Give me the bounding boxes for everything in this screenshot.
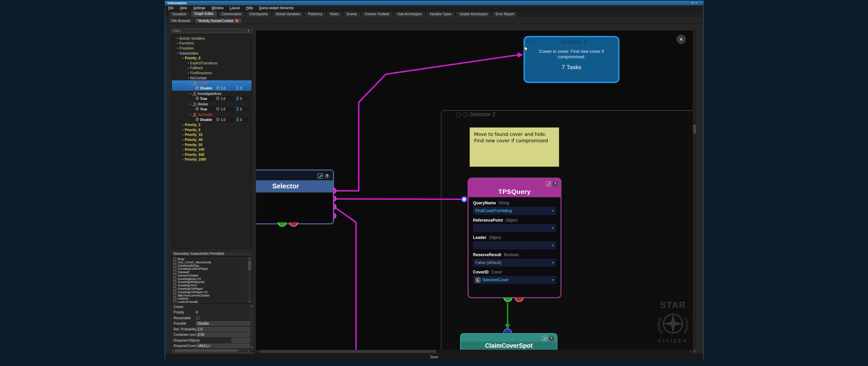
main-tab[interactable]: Comms Testbed <box>361 11 393 17</box>
tree-item[interactable]: ▾ Priority_0 <box>172 56 252 61</box>
tree-item[interactable]: ▸ Priority_100 <box>172 147 252 152</box>
help-icon[interactable]: ? <box>324 174 330 179</box>
tree-item[interactable]: ▸ ExplicitTransitions <box>172 61 252 66</box>
menu-item[interactable]: Help <box>243 5 256 11</box>
edit-icon[interactable] <box>318 174 323 179</box>
resize-icon[interactable]: ↕ <box>533 40 538 44</box>
tree-item[interactable]: ▸ Cower Disable 1.0 0 <box>172 80 252 91</box>
tree-item[interactable]: ▸ Priority_49 <box>172 137 252 142</box>
property-field[interactable]: <NULL> <box>196 344 250 348</box>
menu-item[interactable]: Settings <box>190 5 209 11</box>
main-tab[interactable]: Error Report <box>492 11 518 17</box>
dropdown-arrow-icon[interactable]: ▾ <box>552 209 554 212</box>
sticky-note[interactable]: Move to found cover and hide. Find new c… <box>470 127 559 167</box>
expand-arrow-icon[interactable]: ▸ <box>187 67 190 69</box>
checkbox[interactable] <box>173 294 176 297</box>
main-tab[interactable]: Visualizer <box>168 11 190 17</box>
checkbox[interactable] <box>173 287 176 290</box>
expand-arrow-icon[interactable]: ▸ <box>181 124 185 126</box>
expand-arrow-icon[interactable]: ▸ <box>189 103 192 105</box>
main-tab[interactable]: Conversation <box>218 11 245 17</box>
checkbox[interactable] <box>173 284 176 287</box>
tree-item[interactable]: ▸ Surrender Disable 1.0 0 <box>172 112 252 122</box>
edit-icon[interactable] <box>546 181 551 186</box>
property-field[interactable]: 1.0 <box>196 327 250 331</box>
node-claimcoverspot[interactable]: ? ClaimCoverSpot <box>460 333 557 350</box>
field-dropdown[interactable]: FindCoverForHiding ▾ <box>473 207 556 215</box>
dropdown-arrow-icon[interactable]: ▾ <box>552 226 554 230</box>
list-item[interactable]: GreetingsToPlayer-V2 <box>172 290 252 294</box>
scroll-left-icon[interactable]: ◂ <box>172 349 173 352</box>
scrollbar-thumb[interactable] <box>248 261 251 270</box>
scroll-left-icon[interactable]: ◂ <box>256 350 259 353</box>
scroll-down-icon[interactable]: ▾ <box>248 300 252 303</box>
main-tab[interactable]: Global Variables <box>272 11 304 17</box>
menu-item[interactable]: Dump widget hierarchy <box>256 5 297 11</box>
expand-arrow-icon[interactable]: ▸ <box>189 113 192 116</box>
expand-arrow-icon[interactable]: ▸ <box>181 134 185 136</box>
main-tab[interactable]: Events <box>343 11 361 17</box>
expand-arrow-icon[interactable]: ▸ <box>189 92 192 95</box>
expand-arrow-icon[interactable]: ▸ <box>189 82 192 84</box>
list-item[interactable]: GenericChatter <box>172 274 252 277</box>
help-icon[interactable]: ? <box>553 181 558 186</box>
expand-arrow-icon[interactable]: ▸ <box>181 128 185 131</box>
field-dropdown[interactable]: ▾ <box>473 224 556 232</box>
checkbox[interactable] <box>173 297 176 300</box>
tree-item[interactable]: ▸ Functions <box>172 41 252 46</box>
main-tab[interactable]: Variable Types <box>426 11 455 17</box>
checkbox[interactable] <box>173 257 176 260</box>
tree-item[interactable]: ▸ FirstReactions <box>172 70 252 76</box>
list-item[interactable]: GreetingsToPlayer <box>172 287 252 290</box>
main-tab[interactable]: Roles <box>327 11 343 17</box>
checkbox[interactable] <box>173 267 176 270</box>
scrollbar-thumb[interactable] <box>260 350 436 353</box>
property-button[interactable] <box>232 338 250 343</box>
list-item[interactable]: GreetingsResponse <box>172 281 252 284</box>
expand-icon[interactable]: + <box>527 40 532 44</box>
checkbox[interactable] <box>173 277 176 280</box>
scroll-right-icon[interactable]: ▸ <box>248 349 249 352</box>
tree-item[interactable]: ▸ Activity Variables <box>172 36 252 41</box>
expand-arrow-icon[interactable]: ▾ <box>176 52 179 55</box>
checkbox[interactable] <box>173 290 176 293</box>
titlebar[interactable]: Subsumption <box>165 1 703 5</box>
input-port[interactable] <box>461 196 468 203</box>
scroll-right-icon[interactable]: ▸ <box>689 350 692 353</box>
main-tab[interactable]: Graph Editor <box>191 11 217 17</box>
expand-arrow-icon[interactable]: ▾ <box>181 57 185 60</box>
expand-arrow-icon[interactable]: ▸ <box>181 148 185 151</box>
list-item[interactable]: LookAtFriendly <box>172 300 252 304</box>
list-item[interactable]: Listener <box>172 297 252 301</box>
main-tab[interactable]: Usable Archetypes <box>456 11 491 17</box>
scroll-down-icon[interactable]: ▾ <box>693 349 696 353</box>
help-icon[interactable]: ? <box>549 336 554 341</box>
list-item[interactable]: ConstantLookAtPlayer <box>172 267 252 270</box>
property-checkbox[interactable] <box>196 316 199 320</box>
tree-item[interactable]: ▾ Subactivities <box>172 51 252 56</box>
expand-arrow-icon[interactable]: ▸ <box>176 42 179 45</box>
tab-activity-humancombat[interactable]: *Activity HumanCombat × <box>194 18 242 24</box>
pin-button[interactable]: # <box>692 1 693 5</box>
list-item[interactable]: C01_Correl_AboutGoofy <box>172 261 252 264</box>
scroll-up-icon[interactable]: ▴ <box>248 257 252 260</box>
main-tab[interactable]: Platforms <box>304 11 326 17</box>
tree-item[interactable]: ▸ InvestigateArea True 1.0 0 <box>172 91 252 101</box>
checkbox[interactable] <box>173 301 176 304</box>
field-dropdown[interactable]: False (default) ▾ <box>473 259 556 267</box>
graph-canvas[interactable]: − ↕ Selector 2 Move to found cover and h… <box>256 30 693 350</box>
edit-icon[interactable] <box>542 336 547 341</box>
field-dropdown[interactable]: L SelectedCover ▾ <box>473 276 556 284</box>
window-close-button[interactable]: × <box>695 1 697 5</box>
menu-item[interactable]: Layout <box>226 5 243 11</box>
tab-file-browser[interactable]: File Browser <box>168 18 194 24</box>
node-tpsquery[interactable]: ? TPSQuery QueryName String FindCoverFor… <box>468 178 561 298</box>
expand-arrow-icon[interactable]: ▸ <box>181 138 185 141</box>
checkbox[interactable] <box>173 261 176 264</box>
splitter-handle[interactable]: ············ <box>172 248 252 251</box>
checkbox[interactable] <box>173 264 176 267</box>
expand-arrow-icon[interactable]: ▸ <box>181 153 185 156</box>
expand-arrow-icon[interactable]: ▸ <box>187 62 190 64</box>
list-scrollbar[interactable]: ▴ ▾ <box>248 257 252 303</box>
main-tab[interactable]: Task Archetypes <box>393 11 426 17</box>
